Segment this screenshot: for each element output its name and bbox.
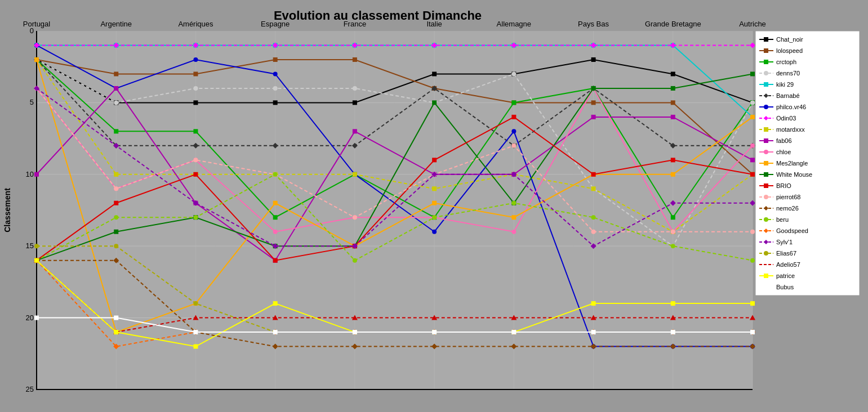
main-chart-canvas <box>0 0 868 412</box>
chart-container: Chat_noirlolospeedcrctophdenns70kiki 29B… <box>0 0 868 412</box>
